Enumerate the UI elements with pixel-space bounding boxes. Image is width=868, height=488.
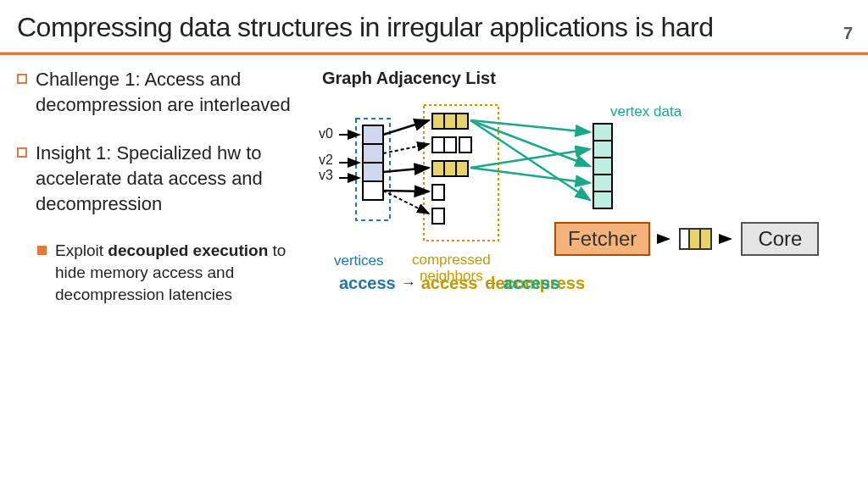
text: Exploit (55, 241, 108, 259)
svg-rect-4 (363, 181, 383, 200)
arrow-icon: → (401, 274, 416, 292)
svg-rect-25 (593, 175, 612, 191)
svg-rect-26 (593, 191, 612, 208)
svg-rect-9 (432, 137, 444, 152)
page-number: 7 (843, 24, 853, 43)
svg-rect-8 (456, 114, 468, 129)
sub-bullet-icon (37, 246, 47, 255)
graph-adjacency-diagram: v0 v2 v3 vertices compressed neighbors v… (322, 95, 797, 273)
svg-rect-3 (363, 163, 383, 181)
svg-rect-23 (593, 141, 612, 158)
label-v3: v3 (319, 168, 333, 183)
label-vertex-data: vertex data (610, 103, 682, 120)
arrow-icon (657, 233, 672, 245)
label-vertices: vertices (334, 252, 384, 269)
label-v0: v0 (319, 126, 333, 141)
bullet-challenge-1: Challenge 1: Access and decompression ar… (17, 67, 309, 117)
svg-rect-2 (363, 144, 383, 163)
svg-rect-7 (444, 114, 456, 129)
seq-access-2: access (421, 274, 478, 293)
fetcher-core-row: Fetcher Core (554, 222, 819, 256)
bullet-icon (17, 147, 27, 158)
svg-line-31 (470, 168, 590, 183)
seq-access-1: access (339, 274, 396, 293)
svg-rect-6 (432, 114, 444, 129)
svg-rect-24 (593, 158, 612, 175)
fetcher-box: Fetcher (554, 222, 650, 256)
divider (0, 52, 868, 55)
svg-rect-15 (432, 185, 444, 200)
text-bold: decoupled execution (108, 241, 268, 259)
arrow-icon (719, 233, 734, 245)
bullet-text: Insight 1: Specialized hw to accelerate … (36, 141, 309, 216)
svg-rect-1 (363, 125, 383, 144)
svg-rect-12 (432, 161, 444, 176)
svg-rect-13 (444, 161, 456, 176)
access-sequence: access → access → access decompress (339, 274, 585, 293)
bullet-text: Challenge 1: Access and decompression ar… (36, 67, 309, 117)
svg-rect-11 (459, 137, 471, 152)
svg-rect-22 (593, 124, 612, 141)
svg-rect-10 (444, 137, 456, 152)
bullet-insight-1: Insight 1: Specialized hw to accelerate … (17, 141, 309, 216)
sub-bullet-decoupled: Exploit decoupled execution to hide memo… (37, 240, 309, 305)
svg-line-17 (383, 120, 429, 135)
svg-line-20 (383, 191, 429, 191)
slide-title: Compressing data structures in irregular… (0, 0, 868, 52)
sub-bullet-text: Exploit decoupled execution to hide memo… (55, 240, 309, 305)
left-column: Challenge 1: Access and decompression ar… (17, 67, 322, 305)
seq-access-3: access (504, 274, 560, 293)
diagram-title: Graph Adjacency List (322, 69, 851, 88)
queue-icon (679, 228, 712, 250)
label-v2: v2 (319, 152, 333, 168)
core-box: Core (741, 222, 819, 256)
bullet-icon (17, 74, 27, 84)
svg-rect-14 (456, 161, 468, 176)
right-column: Graph Adjacency List (322, 67, 851, 305)
svg-rect-16 (432, 208, 444, 224)
